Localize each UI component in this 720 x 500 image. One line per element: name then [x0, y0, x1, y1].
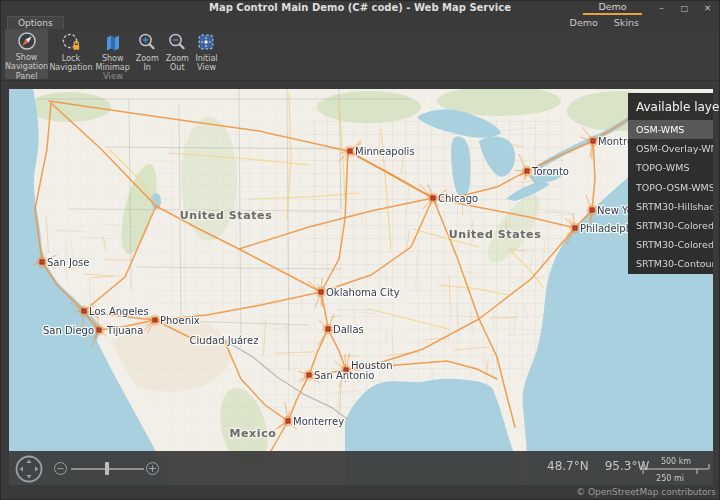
city-san-jose: San Jose — [40, 257, 90, 268]
ribbon: Show NavigationPanelLock NavigationShow … — [1, 29, 719, 81]
close-button[interactable]: ✕ — [696, 1, 719, 15]
city-label: San Antonio — [314, 370, 374, 381]
zoom-out-minus-button[interactable]: − — [54, 462, 67, 475]
city-ciudad-juárez: Ciudad Juárez — [190, 335, 259, 346]
scale-km-label: 500 km — [661, 457, 691, 466]
pan-up-arrow — [27, 460, 32, 464]
city-label: Ciudad Juárez — [190, 335, 259, 346]
options-tab[interactable]: Options — [7, 16, 64, 29]
zoom-out-icon — [167, 31, 187, 52]
city-phoenix: Phoenix — [153, 315, 200, 326]
title-bar: Map Control Main Demo (C# code) - Web Ma… — [1, 1, 719, 15]
city-monterrey: Monterrey — [286, 416, 344, 427]
layer-item-osm-wms[interactable]: OSM-WMS — [628, 120, 713, 139]
lock-icon — [61, 31, 81, 52]
pan-down-arrow — [27, 475, 32, 479]
city-label: Los Angeles — [89, 306, 149, 317]
city-label: Tijuana — [106, 325, 143, 336]
status-bar: © OpenStreetMap contributors — [1, 485, 719, 499]
ribbon-group-caption: View — [5, 71, 221, 81]
zoom-in-icon — [137, 31, 157, 52]
city-tijuana: Tijuana — [106, 325, 143, 336]
layer-item-topo-wms[interactable]: TOPO-WMS — [628, 158, 713, 177]
layer-item-osm-overlay-wms[interactable]: OSM-Overlay-WMS — [628, 139, 713, 158]
city-label: Oklahoma City — [326, 287, 400, 298]
layers-list: OSM-WMSOSM-Overlay-WMSTOPO-WMSTOPO-OSM-W… — [628, 120, 713, 274]
ribbon-tab-skins[interactable]: Skins — [614, 15, 639, 28]
city-toronto: Toronto — [525, 166, 569, 177]
ribbon-tab-demo[interactable]: Demo — [570, 15, 598, 28]
ribbon-category-label: Demo — [598, 1, 626, 12]
zoom-slider-thumb[interactable] — [105, 462, 109, 475]
country-label: United States — [180, 209, 273, 222]
layer-item-srtm30-contour[interactable]: SRTM30-Contour — [628, 254, 713, 273]
layer-item-srtm30-hillshade[interactable]: SRTM30-Hillshade — [628, 197, 713, 216]
city-san-diego: San Diego — [43, 325, 101, 336]
city-label: Phoenix — [160, 315, 200, 326]
layer-item-topo-osm-wms[interactable]: TOPO-OSM-WMS — [628, 178, 713, 197]
city-label: San Diego — [43, 325, 94, 336]
city-los-angeles: Los Angeles — [82, 306, 149, 317]
city-label: Monterrey — [293, 416, 344, 427]
ribbon-tab-row: Options DemoSkins — [1, 15, 719, 29]
country-label: United States — [449, 228, 542, 241]
compass-icon — [17, 31, 37, 51]
available-layers-panel: Available layers OSM-WMSOSM-Overlay-WMST… — [628, 93, 713, 274]
city-label: Dallas — [333, 324, 364, 335]
map-canvas[interactable]: MinneapolisMontrealTorontoChicagoNew Yor… — [9, 89, 713, 487]
minimize-button[interactable]: – — [650, 1, 673, 15]
maximize-button[interactable]: □ — [673, 1, 696, 15]
city-label: Toronto — [531, 166, 569, 177]
map-navigation-bar: − + 48.7°N 95.3°W 500 km 250 mi — [9, 451, 713, 487]
layer-item-srtm30-colored[interactable]: SRTM30-Colored — [628, 216, 713, 235]
city-minneapolis: Minneapolis — [348, 146, 415, 157]
scale-mi-label: 250 mi — [656, 474, 684, 483]
city-oklahoma-city: Oklahoma City — [319, 287, 400, 298]
pan-right-arrow — [35, 467, 39, 472]
map-viewport[interactable]: MinneapolisMontrealTorontoChicagoNew Yor… — [9, 89, 713, 487]
ribbon-tabs: DemoSkins — [570, 15, 639, 28]
city-label: Chicago — [438, 193, 478, 204]
initial-view-icon — [196, 31, 216, 52]
ribbon-buttons: Show NavigationPanelLock NavigationShow … — [5, 29, 221, 69]
window-controls: – □ ✕ — [650, 1, 719, 15]
minimap-icon — [103, 31, 123, 52]
cursor-coordinates: 48.7°N 95.3°W — [547, 459, 649, 473]
pan-left-arrow — [20, 467, 24, 472]
city-san-antonio: San Antonio — [307, 370, 375, 381]
city-label: San Jose — [47, 257, 89, 268]
app-window: Map Control Main Demo (C# code) - Web Ma… — [0, 0, 720, 500]
country-label: Mexico — [230, 427, 277, 440]
zoom-in-plus-button[interactable]: + — [146, 462, 159, 475]
layers-panel-title: Available layers — [628, 93, 713, 120]
city-label: Minneapolis — [355, 146, 415, 157]
ribbon-group-view: Show NavigationPanelLock NavigationShow … — [5, 29, 221, 81]
layer-item-srtm30-colored-hillshade[interactable]: SRTM30-Colored-Hillshade — [628, 235, 713, 254]
attribution-text: © OpenStreetMap contributors — [576, 487, 716, 497]
latitude-value: 48.7°N — [547, 459, 589, 473]
ribbon-category-demo[interactable]: Demo — [583, 1, 642, 15]
pan-control[interactable] — [12, 452, 46, 486]
scale-bar: 500 km 250 mi — [641, 456, 711, 483]
city-chicago: Chicago — [431, 193, 478, 204]
